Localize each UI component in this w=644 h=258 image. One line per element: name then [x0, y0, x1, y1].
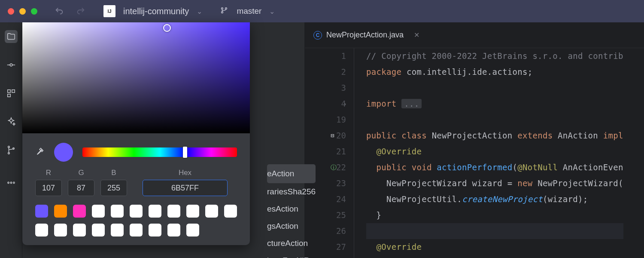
svg-point-11	[10, 182, 12, 183]
maximize-window-button[interactable]	[31, 8, 37, 15]
palette-swatch[interactable]	[92, 224, 105, 236]
palette-swatch[interactable]	[186, 224, 199, 236]
titlebar: IJ intellij-community ⌄ master ⌄	[0, 0, 644, 22]
palette-swatch[interactable]	[54, 205, 67, 218]
gutter-override-icon[interactable]: ⓘ	[331, 160, 337, 175]
palette-swatch[interactable]	[54, 224, 67, 236]
hex-input[interactable]: 6B57FF	[143, 180, 228, 196]
tool-rail	[0, 22, 22, 258]
svg-rect-4	[7, 90, 10, 92]
b-label: B	[111, 169, 116, 177]
tab-filename[interactable]: NewProjectAction.java	[326, 31, 404, 40]
rail-commit[interactable]	[5, 58, 18, 71]
fold-icon[interactable]: ›	[343, 96, 347, 112]
color-picker: R 107 G 87 B 255 Hex 6B57FF	[22, 22, 250, 245]
svg-point-3	[10, 64, 12, 66]
svg-point-2	[225, 8, 227, 9]
svg-point-10	[7, 182, 9, 183]
current-color-swatch	[54, 143, 73, 162]
b-input[interactable]: 255	[100, 180, 127, 196]
code-content[interactable]: // Copyright 2000-2022 JetBrains s.r.o. …	[354, 48, 623, 258]
intellij-logo-icon: IJ	[103, 5, 115, 17]
svg-point-1	[222, 12, 223, 13]
hex-label: Hex	[179, 169, 191, 177]
svg-point-7	[8, 146, 9, 148]
chevron-down-icon[interactable]: ⌄	[269, 7, 275, 15]
color-cursor[interactable]	[163, 24, 171, 32]
chevron-down-icon[interactable]: ⌄	[197, 7, 202, 15]
rail-structure[interactable]	[5, 87, 18, 100]
palette-swatch[interactable]	[73, 224, 86, 236]
palette-swatch[interactable]	[35, 205, 48, 218]
palette-swatch[interactable]	[35, 224, 48, 236]
branch-icon[interactable]	[220, 6, 228, 16]
svg-rect-6	[7, 94, 10, 97]
minimize-window-button[interactable]	[19, 8, 26, 15]
rail-more[interactable]	[5, 176, 18, 189]
rail-ai[interactable]	[5, 115, 18, 128]
palette-swatch[interactable]	[111, 224, 124, 236]
palette-swatch[interactable]	[224, 205, 237, 218]
branch-name[interactable]: master	[237, 6, 261, 16]
palette-swatch[interactable]	[205, 205, 218, 218]
eyedropper-icon[interactable]	[35, 147, 45, 158]
editor: C NewProjectAction.java ✕ 1 2 3 ›4 19 ⊟2…	[305, 22, 644, 258]
palette-swatch[interactable]	[111, 205, 124, 218]
svg-rect-5	[12, 90, 14, 92]
palette-swatch[interactable]	[73, 205, 86, 218]
r-label: R	[46, 169, 51, 177]
close-tab-icon[interactable]: ✕	[414, 31, 419, 39]
window-controls	[8, 8, 37, 15]
project-name[interactable]: intellij-community	[123, 6, 189, 16]
rail-project[interactable]	[5, 30, 18, 43]
palette-swatch[interactable]	[149, 224, 161, 236]
redo-icon[interactable]	[76, 6, 85, 16]
gutter-impl-icon[interactable]: ⊟	[331, 128, 334, 144]
palette-swatch[interactable]	[167, 205, 180, 218]
editor-tabbar: C NewProjectAction.java ✕	[305, 22, 644, 48]
rail-git[interactable]	[5, 144, 18, 157]
palette-swatch[interactable]	[186, 205, 199, 218]
gutter[interactable]: 1 2 3 ›4 19 ⊟20 21 ⓘ22 23 24 25 26 27	[305, 48, 354, 258]
hue-slider[interactable]	[82, 147, 237, 157]
saturation-value-field[interactable]	[22, 22, 250, 133]
class-file-icon: C	[313, 31, 322, 40]
palette-swatch[interactable]	[130, 205, 143, 218]
palette	[22, 204, 250, 245]
g-label: G	[78, 169, 84, 177]
svg-point-12	[13, 182, 14, 183]
palette-swatch[interactable]	[149, 205, 161, 218]
undo-redo-group	[55, 6, 85, 16]
close-window-button[interactable]	[8, 8, 14, 15]
palette-swatch[interactable]	[167, 224, 180, 236]
r-input[interactable]: 107	[35, 180, 62, 196]
palette-swatch[interactable]	[92, 205, 105, 218]
svg-point-8	[8, 153, 9, 154]
g-input[interactable]: 87	[68, 180, 94, 196]
undo-icon[interactable]	[55, 6, 64, 16]
hue-thumb[interactable]	[183, 147, 187, 158]
palette-swatch[interactable]	[130, 224, 143, 236]
svg-point-0	[222, 8, 223, 9]
